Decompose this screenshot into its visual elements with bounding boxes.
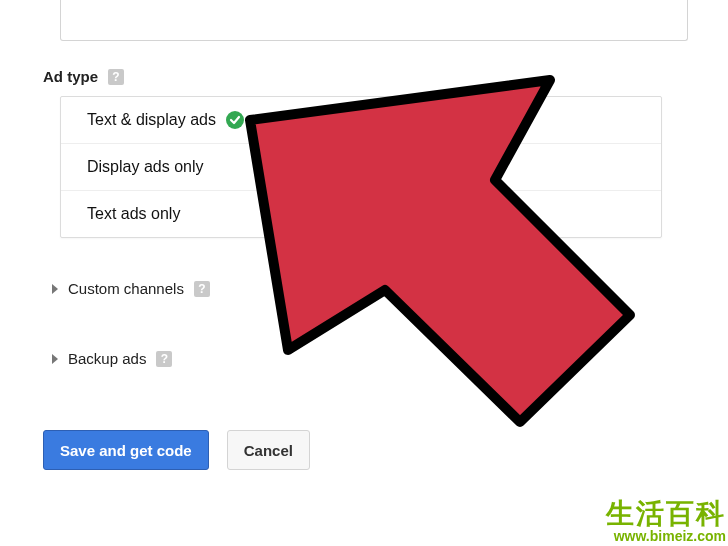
option-label: Display ads only	[87, 158, 204, 176]
watermark-url: www.bimeiz.com	[606, 528, 726, 544]
action-buttons: Save and get code Cancel	[43, 430, 310, 470]
previous-panel	[60, 0, 688, 41]
ad-type-options: Text & display ads Display ads only Text…	[60, 96, 662, 238]
watermark-title: 生活百科	[606, 500, 726, 528]
cancel-button[interactable]: Cancel	[227, 430, 310, 470]
backup-ads-label: Backup ads	[68, 350, 146, 367]
option-display-only[interactable]: Display ads only	[61, 143, 661, 190]
ad-type-heading-text: Ad type	[43, 68, 98, 85]
option-label: Text & display ads	[87, 111, 216, 129]
check-icon	[226, 111, 244, 129]
watermark: 生活百科 www.bimeiz.com	[606, 500, 726, 544]
option-label: Text ads only	[87, 205, 180, 223]
save-and-get-code-button[interactable]: Save and get code	[43, 430, 209, 470]
custom-channels-row[interactable]: Custom channels ?	[52, 280, 210, 297]
expand-icon	[52, 284, 58, 294]
option-text-and-display[interactable]: Text & display ads	[61, 97, 661, 143]
help-icon[interactable]: ?	[108, 69, 124, 85]
custom-channels-label: Custom channels	[68, 280, 184, 297]
backup-ads-row[interactable]: Backup ads ?	[52, 350, 172, 367]
option-text-only[interactable]: Text ads only	[61, 190, 661, 237]
help-icon[interactable]: ?	[156, 351, 172, 367]
help-icon[interactable]: ?	[194, 281, 210, 297]
ad-type-heading: Ad type ?	[43, 68, 124, 85]
expand-icon	[52, 354, 58, 364]
